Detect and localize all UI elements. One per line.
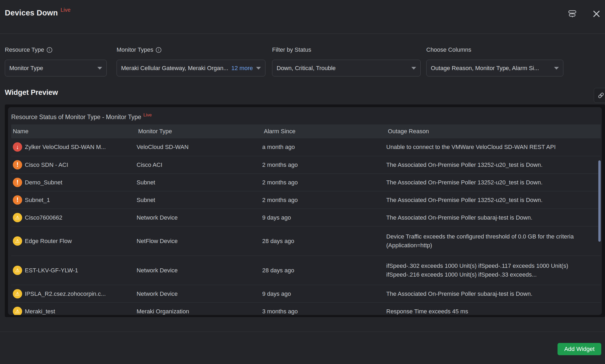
monitor-types-select[interactable]: Meraki Cellular Gateway, Meraki Organ...…	[117, 60, 265, 76]
monitor-types-label: Monitor Types i	[117, 46, 265, 54]
status-value: Down, Critical, Trouble	[277, 65, 409, 72]
status-select[interactable]: Down, Critical, Trouble	[272, 60, 421, 76]
filter-resource-type: Resource Type i Monitor Type	[5, 46, 107, 76]
alarm-since-cell: 2 months ago	[262, 191, 386, 209]
device-name: Edge Router Flow	[25, 237, 72, 245]
table-row[interactable]: ! Demo_Subnet Subnet 2 months ago The As…	[11, 173, 601, 191]
monitor-type-cell: NetFlow Device	[137, 226, 262, 256]
status-icon: ⚠	[13, 307, 22, 315]
table-row[interactable]: ⚠ Meraki_test Meraki Organization 3 mont…	[11, 302, 601, 315]
monitor-type-cell: Meraki Organization	[137, 302, 262, 315]
close-icon[interactable]	[593, 10, 600, 18]
chevron-down-icon	[256, 67, 261, 70]
widget-preview-card: Resource Status of Monitor Type - Monito…	[8, 107, 602, 315]
table-row[interactable]: ↓ Zylker VeloCloud SD-WAN M... VeloCloud…	[11, 138, 601, 156]
alarm-since-cell: a month ago	[262, 138, 386, 156]
table-row[interactable]: ! Subnet_1 Subnet 2 months ago The Assoc…	[11, 191, 601, 209]
status-icon: ⚠	[13, 289, 22, 298]
table-row[interactable]: ⚠ IPSLA_R2.csez.zohocorpin.c... Network …	[11, 285, 601, 302]
alarm-since-cell: 28 days ago	[262, 226, 386, 256]
outage-reason-cell: Response Time exceeds 45 ms	[386, 302, 601, 315]
widget-preview-heading: Widget Preview	[5, 88, 58, 97]
outage-reason-cell: The Associated On-Premise Poller 13252-u…	[386, 191, 601, 209]
outage-reason-cell: The Associated On-Premise Poller subaraj…	[386, 209, 601, 226]
alarm-since-cell: 2 months ago	[262, 156, 386, 173]
outage-reason-cell: The Associated On-Premise Poller subaraj…	[386, 285, 601, 302]
resource-status-table: Name Monitor Type Alarm Since Outage Rea…	[11, 124, 601, 315]
column-header-name[interactable]: Name	[11, 124, 137, 138]
live-badge: Live	[144, 112, 152, 118]
resource-type-label: Resource Type i	[5, 46, 107, 54]
column-header-outage-reason[interactable]: Outage Reason	[386, 124, 601, 138]
table-row[interactable]: ! Cisco SDN - ACI Cisco ACI 2 months ago…	[11, 156, 601, 173]
device-name: EST-LKV-GF-YLW-1	[25, 266, 78, 275]
widget-title: Resource Status of Monitor Type - Monito…	[8, 107, 602, 124]
monitor-type-cell: Network Device	[137, 285, 262, 302]
choose-columns-label: Choose Columns	[426, 46, 563, 54]
info-icon[interactable]: i	[47, 47, 52, 53]
table-row[interactable]: ⚠ EST-LKV-GF-YLW-1 Network Device 28 day…	[11, 256, 601, 285]
alarm-since-cell: 2 months ago	[262, 173, 386, 191]
device-name: Subnet_1	[25, 196, 50, 204]
outage-reason-cell: The Associated On-Premise Poller 13252-u…	[386, 173, 601, 191]
table-row[interactable]: ⚠ Cisco7600662 Network Device 9 days ago…	[11, 209, 601, 226]
filter-by-status-label: Filter by Status	[272, 46, 421, 54]
outage-reason-cell: Unable to connect to the VMWare VeloClou…	[386, 138, 601, 156]
device-name: Cisco7600662	[25, 213, 62, 222]
device-name: IPSLA_R2.csez.zohocorpin.c...	[25, 289, 106, 298]
table-row[interactable]: ⚠ Edge Router Flow NetFlow Device 28 day…	[11, 226, 601, 256]
filter-monitor-types: Monitor Types i Meraki Cellular Gateway,…	[117, 46, 265, 76]
chevron-down-icon	[97, 67, 102, 70]
footer-divider	[0, 331, 605, 332]
resource-type-select[interactable]: Monitor Type	[5, 60, 107, 76]
info-icon[interactable]: i	[156, 47, 161, 53]
status-icon: !	[13, 195, 22, 205]
columns-value: Outage Reason, Monitor Type, Alarm Si...	[431, 65, 551, 72]
monitor-type-cell: VeloCloud SD-WAN	[137, 138, 262, 156]
copy-link-button[interactable]	[594, 88, 605, 103]
filter-by-status: Filter by Status Down, Critical, Trouble	[272, 46, 421, 76]
resource-type-value: Monitor Type	[9, 65, 95, 72]
rearrange-widgets-icon[interactable]	[568, 10, 576, 18]
monitor-type-cell: Subnet	[137, 191, 262, 209]
status-icon: ⚠	[13, 266, 22, 275]
chevron-down-icon	[554, 67, 559, 70]
monitor-type-cell: Cisco ACI	[137, 156, 262, 173]
widget-preview-frame: Resource Status of Monitor Type - Monito…	[5, 104, 605, 317]
status-icon: ⚠	[13, 213, 22, 222]
modal-header: Devices DownLive	[0, 0, 605, 34]
add-widget-button[interactable]: Add Widget	[558, 343, 601, 355]
alarm-since-cell: 28 days ago	[262, 256, 386, 285]
status-icon: !	[13, 178, 22, 187]
device-name: Cisco SDN - ACI	[25, 160, 68, 169]
status-icon: ⚠	[13, 236, 22, 246]
filter-choose-columns: Choose Columns Outage Reason, Monitor Ty…	[426, 46, 563, 76]
status-icon: ↓	[13, 142, 22, 152]
column-header-alarm-since[interactable]: Alarm Since	[262, 124, 386, 138]
columns-select[interactable]: Outage Reason, Monitor Type, Alarm Si...	[426, 60, 563, 76]
device-name: Meraki_test	[25, 307, 55, 315]
table-scrollbar[interactable]	[598, 160, 601, 242]
more-monitor-types-link[interactable]: 12 more	[231, 65, 253, 72]
alarm-since-cell: 3 months ago	[262, 302, 386, 315]
outage-reason-cell: The Associated On-Premise Poller 13252-u…	[386, 156, 601, 173]
monitor-type-cell: Network Device	[137, 209, 262, 226]
monitor-type-cell: Subnet	[137, 173, 262, 191]
page-title: Devices DownLive	[5, 7, 71, 17]
alarm-since-cell: 9 days ago	[262, 285, 386, 302]
outage-reason-cell: Device Traffic exceeds the configured th…	[386, 226, 601, 256]
table-header-row: Name Monitor Type Alarm Since Outage Rea…	[11, 124, 601, 138]
live-badge: Live	[61, 7, 71, 13]
chevron-down-icon	[411, 67, 416, 70]
device-name: Demo_Subnet	[25, 178, 62, 187]
monitor-type-cell: Network Device	[137, 256, 262, 285]
column-header-monitor-type[interactable]: Monitor Type	[137, 124, 262, 138]
outage-reason-cell: ifSpeed-.302 exceeds 1000 Unit(s) ifSpee…	[386, 256, 601, 285]
status-icon: !	[13, 160, 22, 169]
device-name: Zylker VeloCloud SD-WAN M...	[25, 143, 106, 151]
monitor-types-value: Meraki Cellular Gateway, Meraki Organ...	[121, 65, 231, 72]
alarm-since-cell: 9 days ago	[262, 209, 386, 226]
